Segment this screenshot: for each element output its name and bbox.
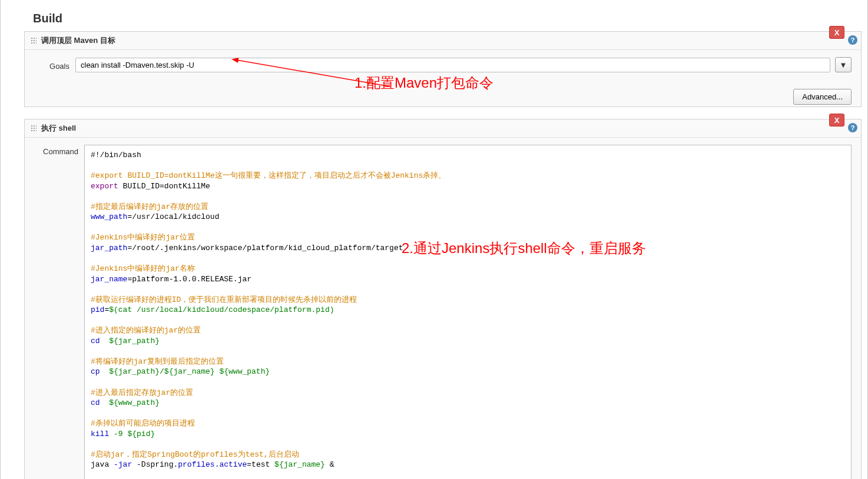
goals-dropdown-button[interactable]: ▼ — [835, 57, 852, 72]
panel-title: 执行 shell — [41, 123, 76, 134]
drag-handle-icon[interactable] — [31, 125, 37, 132]
panel-header: 执行 shell — [25, 119, 861, 138]
help-icon[interactable]: ? — [848, 123, 857, 132]
goals-input[interactable] — [75, 58, 830, 72]
shell-command-editor[interactable]: #!/bin/bash #export BUILD_ID=dontKillMe这… — [84, 145, 852, 479]
advanced-button[interactable]: Advanced... — [793, 89, 852, 105]
goals-label: Goals — [34, 59, 69, 71]
command-label: Command — [34, 145, 78, 156]
close-button[interactable]: X — [829, 114, 844, 127]
chevron-down-icon: ▼ — [840, 61, 847, 69]
maven-build-step-panel: X ? 调用顶层 Maven 目标 Goals ▼ Advanced... 1.… — [24, 31, 862, 107]
panel-header: 调用顶层 Maven 目标 — [25, 32, 861, 50]
help-icon[interactable]: ? — [848, 35, 857, 45]
section-title: Build — [24, 0, 862, 31]
drag-handle-icon[interactable] — [31, 37, 37, 44]
close-button[interactable]: X — [829, 26, 844, 39]
shell-build-step-panel: X ? 执行 shell Command #!/bin/bash #export… — [24, 119, 862, 479]
panel-title: 调用顶层 Maven 目标 — [41, 35, 115, 46]
annotation-1: 1.配置Maven打包命令 — [355, 74, 493, 92]
